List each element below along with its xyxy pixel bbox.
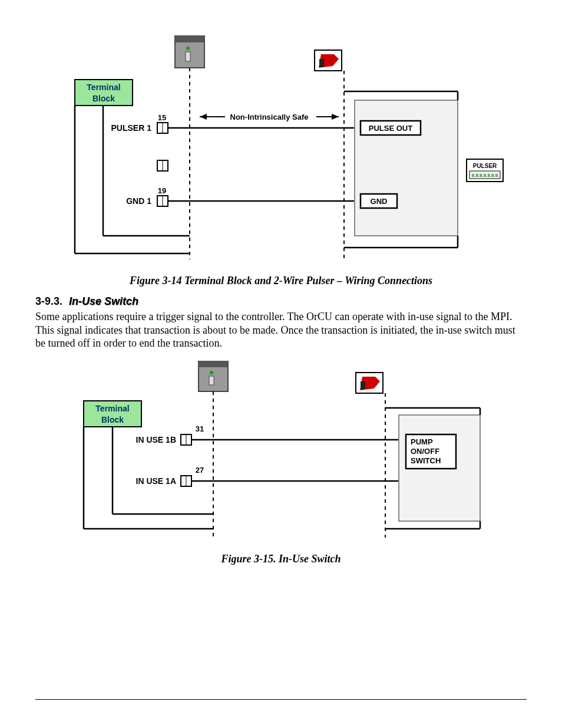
svg-rect-5 [319, 59, 324, 67]
svg-text:GND: GND [371, 197, 388, 206]
figure-3-14: Terminal Block 15 PULSER 1 19 GND 1 Non-… [35, 35, 527, 287]
svg-rect-44 [209, 376, 214, 385]
svg-text:27: 27 [196, 466, 204, 475]
svg-rect-43 [199, 361, 228, 367]
svg-text:Block: Block [101, 415, 124, 424]
svg-text:PULSE OUT: PULSE OUT [369, 124, 412, 133]
terminal-block-label: Terminal Block [84, 401, 141, 427]
svg-text:GND 1: GND 1 [126, 196, 151, 206]
figure-caption-3-14: Figure 3-14 Terminal Block and 2-Wire Pu… [35, 275, 527, 287]
svg-text:PULSER 1: PULSER 1 [111, 123, 152, 133]
svg-text:Terminal: Terminal [95, 404, 129, 413]
svg-text:31: 31 [196, 424, 204, 433]
page-footer-rule [35, 699, 527, 700]
diagram-3-15: Terminal Block 31 IN USE 1B 27 IN USE 1A… [69, 361, 493, 549]
svg-text:Non-Intrinsically Safe: Non-Intrinsically Safe [230, 113, 309, 121]
nozzle-icon [315, 50, 342, 71]
figure-3-15: Terminal Block 31 IN USE 1B 27 IN USE 1A… [35, 361, 527, 565]
diagram-3-14: Terminal Block 15 PULSER 1 19 GND 1 Non-… [57, 35, 505, 271]
terminal-block-label: Terminal Block [75, 80, 133, 106]
svg-marker-25 [200, 114, 207, 120]
svg-point-2 [186, 47, 190, 50]
svg-text:Block: Block [92, 94, 115, 103]
svg-rect-0 [175, 35, 204, 42]
svg-text:PUMP: PUMP [411, 437, 433, 446]
svg-text:15: 15 [158, 113, 166, 122]
figure-caption-3-15: Figure 3-15. In-Use Switch [35, 553, 527, 565]
nozzle-icon [356, 373, 383, 393]
svg-rect-1 [186, 52, 190, 61]
svg-text:Terminal: Terminal [87, 83, 120, 92]
svg-point-45 [210, 371, 213, 374]
svg-text:PULSER: PULSER [473, 163, 497, 169]
svg-text:IN USE 1B: IN USE 1B [136, 435, 176, 444]
safety-label: Non-Intrinsically Safe [200, 113, 339, 121]
section-body: Some applications require a trigger sign… [35, 310, 527, 350]
svg-text:8.8.8.8.8.8.8: 8.8.8.8.8.8.8 [472, 173, 498, 178]
svg-text:19: 19 [158, 186, 166, 195]
svg-text:SWITCH: SWITCH [411, 456, 441, 465]
svg-text:ON/OFF: ON/OFF [411, 447, 439, 456]
svg-rect-48 [361, 381, 365, 390]
svg-marker-28 [332, 114, 339, 120]
section-heading: 3-9.3. In-Use Switch [35, 295, 138, 307]
svg-text:IN USE 1A: IN USE 1A [136, 476, 176, 486]
pulser-meter: PULSER 8.8.8.8.8.8.8 [467, 159, 503, 182]
